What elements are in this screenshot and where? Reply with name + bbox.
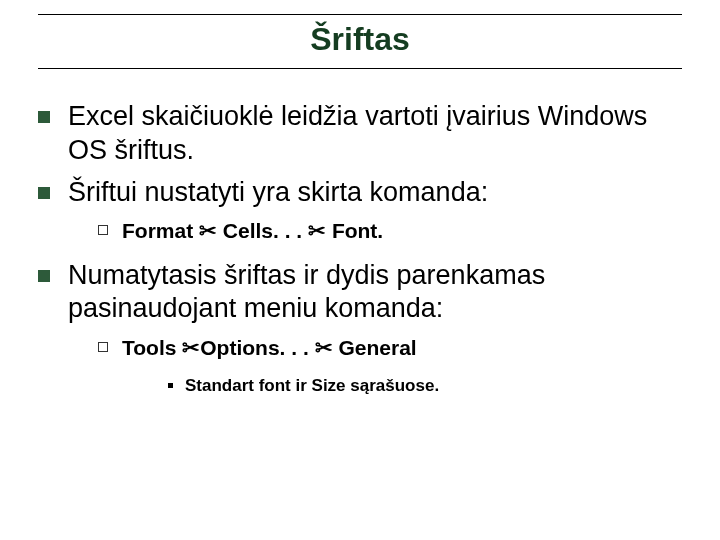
content-area: Excel skaičiuoklė leidžia vartoti įvairi… <box>38 100 682 397</box>
sub-bullet-text: Format ✂ Cells. . . ✂ Font. <box>122 217 383 244</box>
title-band: Šriftas <box>38 14 682 69</box>
list-item: Excel skaičiuoklė leidžia vartoti įvairi… <box>38 100 682 168</box>
sub-list-item: Format ✂ Cells. . . ✂ Font. <box>98 217 682 244</box>
hollow-square-bullet-icon <box>98 225 108 235</box>
hollow-square-bullet-icon <box>98 342 108 352</box>
square-bullet-icon <box>38 270 50 282</box>
square-bullet-icon <box>38 187 50 199</box>
bullet-text: Šriftui nustatyti yra skirta komanda: <box>68 176 488 210</box>
slide: Šriftas Excel skaičiuoklė leidžia vartot… <box>0 0 720 540</box>
sub-list-item: Tools ✂Options. . . ✂ General <box>98 334 682 361</box>
tiny-square-bullet-icon <box>168 383 173 388</box>
bullet-text: Excel skaičiuoklė leidžia vartoti įvairi… <box>68 100 682 168</box>
list-item: Šriftui nustatyti yra skirta komanda: <box>38 176 682 210</box>
sub-sub-bullet-text: Standart font ir Size sąrašuose. <box>185 375 439 397</box>
list-item: Numatytasis šriftas ir dydis parenkamas … <box>38 259 682 327</box>
bullet-text: Numatytasis šriftas ir dydis parenkamas … <box>68 259 682 327</box>
sub-sub-list-item: Standart font ir Size sąrašuose. <box>168 375 682 397</box>
slide-title: Šriftas <box>38 21 682 58</box>
sub-bullet-text: Tools ✂Options. . . ✂ General <box>122 334 417 361</box>
square-bullet-icon <box>38 111 50 123</box>
